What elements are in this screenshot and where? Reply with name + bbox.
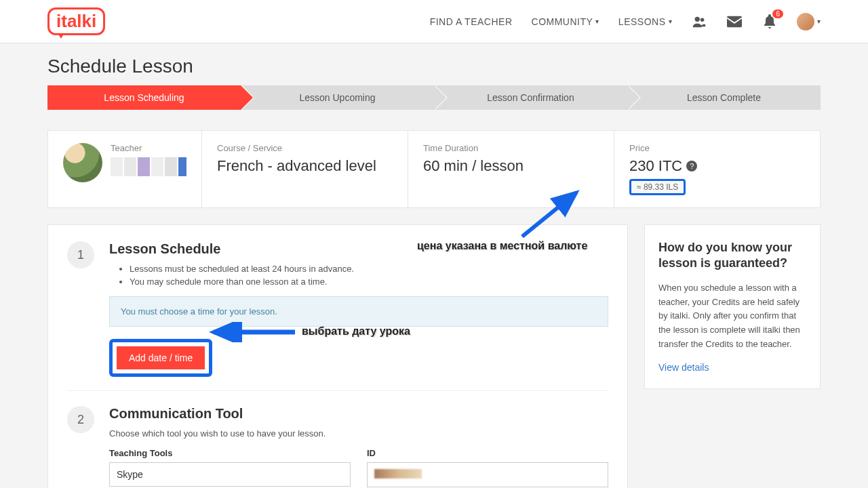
tools-label: Teaching Tools — [109, 448, 351, 458]
step-number-1: 1 — [67, 241, 94, 268]
price-local-currency: ≈ 89.33 ILS — [629, 179, 686, 195]
step-complete: Lesson Complete — [627, 85, 821, 110]
schedule-rules: Lessons must be scheduled at least 24 ho… — [109, 264, 608, 287]
schedule-notice: You must choose a time for your lesson. — [109, 296, 608, 327]
messages-icon[interactable] — [726, 14, 743, 30]
section-schedule: 1 Lesson Schedule Lessons must be schedu… — [67, 241, 608, 391]
nav-find-teacher[interactable]: FIND A TEACHER — [430, 16, 513, 27]
chevron-down-icon: ▾ — [595, 18, 599, 25]
page-title: Schedule Lesson — [47, 56, 821, 77]
step-number-2: 2 — [67, 406, 94, 433]
skype-id-input[interactable] — [367, 462, 608, 487]
add-date-button[interactable]: Add date / time — [117, 346, 205, 369]
lesson-summary: Teacher Course / Service French - advanc… — [47, 130, 821, 208]
nav-lessons[interactable]: LESSONS▾ — [618, 16, 672, 27]
step-confirmation: Lesson Confirmation — [434, 85, 627, 110]
top-navigation: italki FIND A TEACHER COMMUNITY▾ LESSONS… — [0, 0, 868, 43]
sidebar-title: How do you know your lesson is guarantee… — [658, 240, 806, 272]
duration-label: Time Duration — [423, 143, 599, 153]
nav-lessons-label: LESSONS — [618, 16, 666, 27]
teacher-rating — [111, 157, 186, 176]
price-value: 230 ITC — [629, 157, 682, 175]
avatar — [797, 13, 814, 30]
summary-price: Price 230 ITC ? ≈ 89.33 ILS — [614, 131, 820, 207]
comm-subtext: Choose which tool you wish to use to hav… — [109, 428, 608, 439]
chevron-down-icon: ▾ — [669, 18, 673, 25]
id-value-blurred — [374, 469, 422, 479]
page-container: Schedule Lesson Lesson Scheduling Lesson… — [47, 43, 821, 488]
progress-steps: Lesson Scheduling Lesson Upcoming Lesson… — [47, 85, 821, 110]
step-upcoming: Lesson Upcoming — [241, 85, 434, 110]
svg-point-1 — [701, 18, 705, 22]
add-date-highlight: Add date / time — [109, 339, 212, 377]
teacher-label: Teacher — [111, 143, 186, 153]
price-help-icon[interactable]: ? — [686, 161, 697, 171]
notifications-icon[interactable]: 6 — [762, 14, 778, 30]
price-label: Price — [629, 143, 805, 153]
chevron-down-icon: ▾ — [817, 18, 821, 25]
comm-title: Communication Tool — [109, 406, 608, 422]
logo[interactable]: italki — [47, 7, 105, 35]
contacts-icon[interactable] — [691, 14, 707, 30]
schedule-rule-2: You may schedule more than one lesson at… — [130, 277, 608, 287]
summary-course: Course / Service French - advanced level — [202, 131, 408, 207]
section-communication: 2 Communication Tool Choose which tool y… — [67, 406, 608, 488]
nav-community-label: COMMUNITY — [532, 16, 593, 27]
svg-rect-2 — [727, 16, 742, 27]
view-details-link[interactable]: View details — [658, 362, 709, 373]
course-label: Course / Service — [217, 143, 393, 153]
course-value: French - advanced level — [217, 157, 393, 175]
schedule-rule-1: Lessons must be scheduled at least 24 ho… — [130, 264, 608, 274]
main-content: 1 Lesson Schedule Lessons must be schedu… — [47, 224, 821, 488]
summary-duration: Time Duration 60 min / lesson — [408, 131, 614, 207]
annotation-price: цена указана в местной валюте — [417, 240, 587, 252]
main-panel: 1 Lesson Schedule Lessons must be schedu… — [47, 224, 628, 488]
duration-value: 60 min / lesson — [423, 157, 599, 175]
notification-badge: 6 — [772, 9, 783, 18]
sidebar-text: When you schedule a lesson with a teache… — [658, 281, 806, 352]
user-menu[interactable]: ▾ — [797, 14, 821, 30]
step-scheduling: Lesson Scheduling — [47, 85, 241, 110]
sidebar-panel: How do you know your lesson is guarantee… — [644, 224, 821, 389]
annotation-date: выбрать дату урока — [302, 325, 410, 338]
teaching-tools-select[interactable]: Skype — [109, 462, 351, 487]
nav-links: FIND A TEACHER COMMUNITY▾ LESSONS▾ 6 ▾ — [430, 14, 821, 30]
nav-community[interactable]: COMMUNITY▾ — [532, 16, 599, 27]
id-label: ID — [367, 448, 608, 458]
svg-point-0 — [695, 16, 700, 21]
teacher-avatar[interactable] — [63, 143, 102, 182]
summary-teacher: Teacher — [48, 131, 202, 207]
tools-selected-value: Skype — [117, 469, 143, 480]
